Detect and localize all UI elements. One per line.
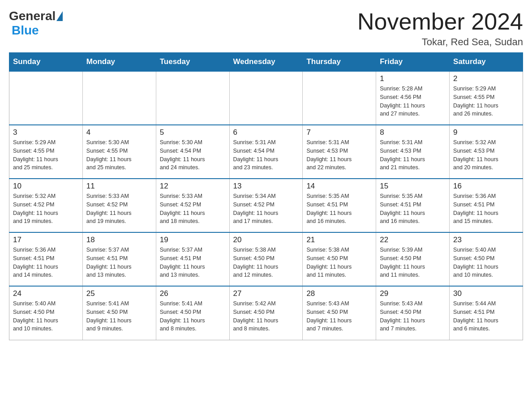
day-number: 14 [306,182,372,191]
calendar-week-2: 10Sunrise: 5:32 AM Sunset: 4:52 PM Dayli… [9,179,523,232]
day-info: Sunrise: 5:30 AM Sunset: 4:54 PM Dayligh… [160,138,226,172]
day-number: 6 [233,128,299,137]
day-number: 7 [306,128,372,137]
table-row: 19Sunrise: 5:37 AM Sunset: 4:51 PM Dayli… [156,232,229,286]
table-row: 13Sunrise: 5:34 AM Sunset: 4:52 PM Dayli… [229,179,303,232]
day-info: Sunrise: 5:37 AM Sunset: 4:51 PM Dayligh… [160,246,226,279]
day-number: 27 [233,289,299,298]
day-info: Sunrise: 5:29 AM Sunset: 4:55 PM Dayligh… [453,85,519,118]
calendar-week-3: 17Sunrise: 5:36 AM Sunset: 4:51 PM Dayli… [9,232,523,286]
table-row: 2Sunrise: 5:29 AM Sunset: 4:55 PM Daylig… [450,71,523,125]
logo: General Blue [9,9,64,38]
day-info: Sunrise: 5:38 AM Sunset: 4:50 PM Dayligh… [306,246,372,279]
location-title: Tokar, Red Sea, Sudan [357,36,523,48]
table-row [229,71,303,125]
table-row: 6Sunrise: 5:31 AM Sunset: 4:54 PM Daylig… [229,125,303,179]
day-info: Sunrise: 5:31 AM Sunset: 4:54 PM Dayligh… [233,138,299,172]
table-row: 1Sunrise: 5:28 AM Sunset: 4:56 PM Daylig… [376,71,450,125]
day-info: Sunrise: 5:39 AM Sunset: 4:50 PM Dayligh… [380,246,446,279]
table-row: 24Sunrise: 5:40 AM Sunset: 4:50 PM Dayli… [9,286,83,340]
logo-triangle-icon [56,11,63,21]
day-number: 5 [160,128,226,137]
day-number: 22 [380,235,446,244]
day-info: Sunrise: 5:32 AM Sunset: 4:52 PM Dayligh… [13,192,79,226]
table-row: 10Sunrise: 5:32 AM Sunset: 4:52 PM Dayli… [9,179,83,232]
day-number: 24 [13,289,79,298]
month-title: November 2024 [357,9,523,34]
day-number: 21 [306,235,372,244]
day-info: Sunrise: 5:35 AM Sunset: 4:51 PM Dayligh… [380,192,446,226]
day-info: Sunrise: 5:41 AM Sunset: 4:50 PM Dayligh… [86,300,152,333]
table-row: 21Sunrise: 5:38 AM Sunset: 4:50 PM Dayli… [303,232,376,286]
table-row: 9Sunrise: 5:32 AM Sunset: 4:53 PM Daylig… [450,125,523,179]
table-row: 14Sunrise: 5:35 AM Sunset: 4:51 PM Dayli… [303,179,376,232]
table-row [82,71,156,125]
table-row: 25Sunrise: 5:41 AM Sunset: 4:50 PM Dayli… [82,286,156,340]
day-info: Sunrise: 5:44 AM Sunset: 4:51 PM Dayligh… [453,300,519,333]
day-info: Sunrise: 5:30 AM Sunset: 4:55 PM Dayligh… [86,138,152,172]
day-number: 20 [233,235,299,244]
col-thursday: Thursday [303,53,376,72]
table-row: 12Sunrise: 5:33 AM Sunset: 4:52 PM Dayli… [156,179,229,232]
day-info: Sunrise: 5:40 AM Sunset: 4:50 PM Dayligh… [453,246,519,279]
table-row: 22Sunrise: 5:39 AM Sunset: 4:50 PM Dayli… [376,232,450,286]
table-row: 11Sunrise: 5:33 AM Sunset: 4:52 PM Dayli… [82,179,156,232]
day-info: Sunrise: 5:41 AM Sunset: 4:50 PM Dayligh… [160,300,226,333]
day-info: Sunrise: 5:32 AM Sunset: 4:53 PM Dayligh… [453,138,519,172]
table-row [156,71,229,125]
table-row: 4Sunrise: 5:30 AM Sunset: 4:55 PM Daylig… [82,125,156,179]
col-sunday: Sunday [9,53,83,72]
table-row: 7Sunrise: 5:31 AM Sunset: 4:53 PM Daylig… [303,125,376,179]
calendar-week-0: 1Sunrise: 5:28 AM Sunset: 4:56 PM Daylig… [9,71,523,125]
day-info: Sunrise: 5:33 AM Sunset: 4:52 PM Dayligh… [86,192,152,226]
day-number: 12 [160,182,226,191]
day-info: Sunrise: 5:31 AM Sunset: 4:53 PM Dayligh… [306,138,372,172]
day-info: Sunrise: 5:28 AM Sunset: 4:56 PM Dayligh… [380,85,446,118]
day-info: Sunrise: 5:42 AM Sunset: 4:50 PM Dayligh… [233,300,299,333]
table-row: 18Sunrise: 5:37 AM Sunset: 4:51 PM Dayli… [82,232,156,286]
col-friday: Friday [376,53,450,72]
col-tuesday: Tuesday [156,53,229,72]
day-number: 23 [453,235,519,244]
day-number: 30 [453,289,519,298]
day-info: Sunrise: 5:33 AM Sunset: 4:52 PM Dayligh… [160,192,226,226]
day-info: Sunrise: 5:43 AM Sunset: 4:50 PM Dayligh… [306,300,372,333]
table-row: 17Sunrise: 5:36 AM Sunset: 4:51 PM Dayli… [9,232,83,286]
table-row: 30Sunrise: 5:44 AM Sunset: 4:51 PM Dayli… [450,286,523,340]
day-number: 28 [306,289,372,298]
calendar-week-1: 3Sunrise: 5:29 AM Sunset: 4:55 PM Daylig… [9,125,523,179]
table-row: 27Sunrise: 5:42 AM Sunset: 4:50 PM Dayli… [229,286,303,340]
day-number: 9 [453,128,519,137]
day-number: 16 [453,182,519,191]
table-row [9,71,83,125]
day-info: Sunrise: 5:36 AM Sunset: 4:51 PM Dayligh… [13,246,79,279]
day-number: 2 [453,74,519,83]
day-info: Sunrise: 5:37 AM Sunset: 4:51 PM Dayligh… [86,246,152,279]
table-row: 26Sunrise: 5:41 AM Sunset: 4:50 PM Dayli… [156,286,229,340]
col-monday: Monday [82,53,156,72]
table-row: 23Sunrise: 5:40 AM Sunset: 4:50 PM Dayli… [450,232,523,286]
header-row: Sunday Monday Tuesday Wednesday Thursday… [9,53,523,72]
day-number: 1 [380,74,446,83]
day-info: Sunrise: 5:40 AM Sunset: 4:50 PM Dayligh… [13,300,79,333]
table-row: 29Sunrise: 5:43 AM Sunset: 4:50 PM Dayli… [376,286,450,340]
day-info: Sunrise: 5:34 AM Sunset: 4:52 PM Dayligh… [233,192,299,226]
table-row: 5Sunrise: 5:30 AM Sunset: 4:54 PM Daylig… [156,125,229,179]
day-number: 3 [13,128,79,137]
day-info: Sunrise: 5:31 AM Sunset: 4:53 PM Dayligh… [380,138,446,172]
day-number: 25 [86,289,152,298]
day-info: Sunrise: 5:43 AM Sunset: 4:50 PM Dayligh… [380,300,446,333]
col-saturday: Saturday [450,53,523,72]
day-number: 19 [160,235,226,244]
table-row: 20Sunrise: 5:38 AM Sunset: 4:50 PM Dayli… [229,232,303,286]
logo-blue-text: Blue [12,23,39,37]
calendar-table: Sunday Monday Tuesday Wednesday Thursday… [9,52,523,340]
day-number: 11 [86,182,152,191]
table-row: 3Sunrise: 5:29 AM Sunset: 4:55 PM Daylig… [9,125,83,179]
day-info: Sunrise: 5:36 AM Sunset: 4:51 PM Dayligh… [453,192,519,226]
table-row: 28Sunrise: 5:43 AM Sunset: 4:50 PM Dayli… [303,286,376,340]
day-number: 29 [380,289,446,298]
logo-general-text: General [9,9,56,23]
table-row: 15Sunrise: 5:35 AM Sunset: 4:51 PM Dayli… [376,179,450,232]
day-number: 26 [160,289,226,298]
